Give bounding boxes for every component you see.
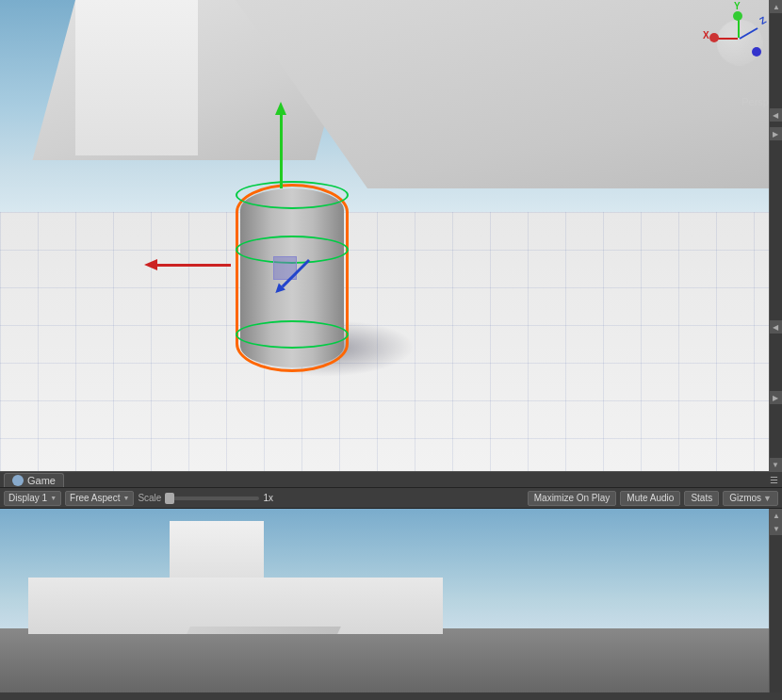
scrollbar-mid-arrow[interactable]: ◀ (769, 108, 782, 122)
game-scrollbar-vertical[interactable]: ▲ ▼ (769, 509, 782, 692)
scale-value: 1x (263, 493, 273, 503)
game-structure-top (170, 521, 264, 578)
scrollbar-up-arrow[interactable]: ▲ (770, 0, 782, 13)
game-tab-bar: Game ☰ (0, 471, 782, 488)
game-controls-bar: Display 1 ▼ Free Aspect ▼ Scale 1x Maxim… (0, 488, 782, 509)
display-label: Display 1 (8, 493, 47, 503)
scrollbar-mid-arrow2[interactable]: ▶ (769, 127, 782, 140)
display-dropdown[interactable]: Display 1 ▼ (4, 491, 61, 506)
stats-label: Stats (691, 493, 712, 503)
scene-view[interactable]: Persp ▲ ◀ ▶ ◀ ▶ ▼ (0, 0, 782, 471)
mute-audio-button[interactable]: Mute Audio (620, 491, 680, 506)
beam-face (75, 0, 198, 155)
aspect-dropdown-arrow: ▼ (122, 495, 129, 501)
arrow-x-axis[interactable] (155, 264, 231, 267)
maximize-on-play-button[interactable]: Maximize On Play (528, 491, 617, 506)
gizmos-button[interactable]: Gizmos ▼ (723, 491, 778, 506)
gizmo-sphere (716, 19, 763, 66)
maximize-on-play-label: Maximize On Play (534, 493, 611, 503)
aspect-dropdown[interactable]: Free Aspect ▼ (65, 491, 134, 506)
gizmo-y-dot[interactable] (733, 11, 742, 21)
cylinder-gizmo-bottom (236, 320, 349, 349)
game-scrollbar-up[interactable]: ▲ (770, 509, 782, 522)
game-ground (0, 628, 782, 692)
game-tab-label: Game (27, 475, 56, 486)
scale-slider[interactable] (165, 497, 259, 500)
stats-button[interactable]: Stats (684, 491, 719, 506)
gizmo-x-dot[interactable] (709, 33, 719, 42)
game-structure-ramp (187, 627, 341, 634)
scale-label: Scale (138, 493, 161, 503)
game-scrollbar-down[interactable]: ▼ (770, 522, 782, 535)
gizmo-z-dot[interactable] (752, 47, 761, 57)
arrow-y-axis[interactable] (280, 113, 283, 188)
game-view[interactable]: ▲ ▼ (0, 509, 782, 692)
game-tab-icon (12, 475, 24, 486)
cylinder-object[interactable] (240, 188, 344, 367)
scale-container: Scale 1x (138, 493, 273, 503)
game-tab[interactable]: Game (4, 473, 64, 487)
aspect-label: Free Aspect (70, 493, 120, 503)
display-dropdown-arrow: ▼ (50, 495, 57, 501)
mute-audio-label: Mute Audio (627, 493, 674, 503)
gizmos-dropdown-arrow: ▼ (763, 494, 772, 503)
scene-scrollbar-vertical[interactable]: ▲ ◀ ▶ ◀ ▶ ▼ (769, 0, 782, 471)
persp-label: Persp (741, 96, 769, 107)
cylinder-gizmo-top (236, 181, 349, 209)
scrollbar-lower-arrow2[interactable]: ▶ (769, 391, 782, 404)
gizmos-label: Gizmos (729, 493, 761, 503)
scale-thumb[interactable] (165, 493, 174, 504)
scrollbar-lower-arrow[interactable]: ◀ (769, 320, 782, 334)
orientation-gizmo[interactable] (707, 9, 773, 75)
scrollbar-down-arrow[interactable]: ▼ (769, 458, 782, 471)
panel-menu-icon[interactable]: ☰ (770, 475, 778, 485)
game-structure-base (28, 578, 443, 634)
